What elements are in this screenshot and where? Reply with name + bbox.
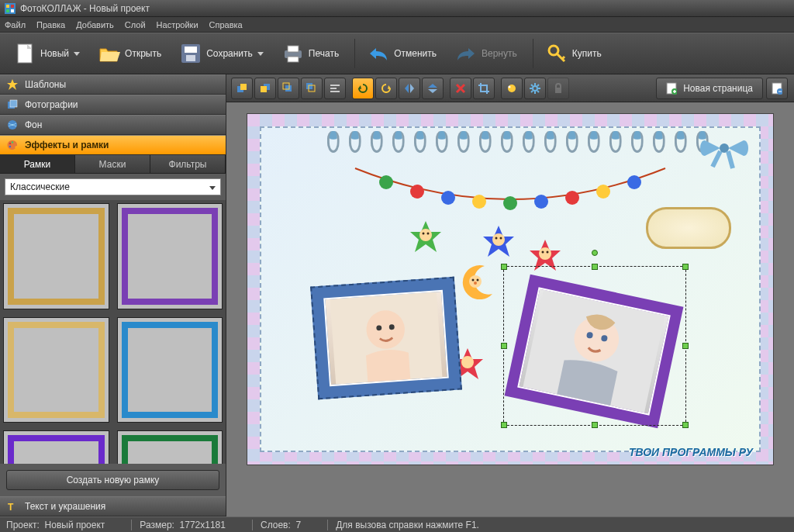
new-button[interactable]: Новый (6, 37, 88, 70)
undo-button[interactable]: Отменить (360, 37, 444, 70)
save-button[interactable]: Сохранить (172, 37, 271, 70)
menu-edit[interactable]: Правка (36, 20, 65, 29)
svg-rect-1 (6, 5, 9, 8)
file-new-icon (14, 43, 36, 64)
subtab-masks[interactable]: Маски (75, 155, 150, 173)
frame-thumb[interactable] (117, 317, 223, 423)
page-settings-icon[interactable] (766, 78, 788, 99)
svg-rect-23 (240, 84, 247, 90)
svg-point-47 (720, 143, 729, 153)
print-button[interactable]: Печать (274, 37, 347, 70)
buy-button[interactable]: Купить (538, 37, 609, 70)
svg-point-41 (533, 86, 537, 91)
rotate-left-icon[interactable] (352, 78, 374, 99)
svg-point-50 (441, 191, 455, 205)
label-tag (646, 207, 731, 249)
svg-point-58 (419, 229, 432, 241)
star-toy-red (528, 238, 562, 272)
toolbar-separator (533, 39, 533, 68)
svg-point-19 (12, 141, 13, 143)
app-icon (5, 3, 16, 14)
svg-point-55 (596, 185, 610, 199)
collage-canvas[interactable]: ТВОИ ПРОГРАММЫ РУ (247, 113, 774, 465)
open-button[interactable]: Открыть (91, 37, 169, 70)
svg-point-60 (427, 233, 430, 235)
svg-rect-31 (330, 88, 337, 89)
svg-rect-12 (288, 57, 299, 62)
palette-icon (6, 139, 19, 151)
svg-point-39 (508, 85, 516, 92)
redo-icon (455, 43, 477, 64)
frame-category-select[interactable]: Классические (5, 178, 221, 195)
effects-subtabs: Рамки Маски Фильтры (0, 155, 226, 174)
new-page-button[interactable]: Новая страница (656, 78, 763, 99)
svg-point-68 (547, 251, 549, 254)
canvas-viewport[interactable]: ТВОИ ПРОГРАММЫ РУ (226, 102, 794, 516)
create-frame-button[interactable]: Создать новую рамку (6, 470, 219, 490)
svg-point-48 (379, 175, 393, 189)
frame-thumb[interactable] (117, 430, 223, 464)
crop-icon[interactable] (473, 78, 495, 99)
effects-icon[interactable] (501, 78, 523, 99)
flip-vertical-icon[interactable] (422, 78, 444, 99)
bring-forward-icon[interactable] (278, 78, 299, 99)
redo-button[interactable]: Вернуть (447, 37, 525, 70)
align-icon[interactable] (324, 78, 346, 99)
spiral-binding (327, 131, 709, 153)
main-area: Шаблоны Фотографии Фон Эффекты и рамки Р… (0, 74, 794, 516)
svg-rect-3 (6, 9, 9, 12)
printer-icon (282, 43, 304, 64)
frame-thumb[interactable] (117, 203, 223, 309)
key-icon (546, 43, 568, 64)
flip-horizontal-icon[interactable] (399, 78, 420, 99)
frame-thumb[interactable] (3, 430, 109, 464)
send-backward-icon[interactable] (301, 78, 323, 99)
send-back-icon[interactable] (254, 78, 276, 99)
svg-point-72 (472, 279, 475, 282)
svg-rect-9 (186, 55, 195, 61)
svg-point-66 (539, 247, 551, 260)
svg-rect-11 (288, 46, 299, 52)
frame-thumb[interactable] (3, 203, 109, 309)
svg-point-67 (542, 251, 544, 254)
menu-file[interactable]: Файл (5, 20, 26, 29)
menu-add[interactable]: Добавить (76, 20, 114, 29)
sidebar-section-photos[interactable]: Фотографии (0, 95, 226, 115)
subtab-frames[interactable]: Рамки (0, 155, 75, 173)
rotate-right-icon[interactable] (375, 78, 397, 99)
svg-rect-28 (306, 83, 312, 89)
delete-icon[interactable] (450, 78, 471, 99)
menu-help[interactable]: Справка (209, 20, 243, 29)
frame-thumb[interactable] (3, 317, 109, 423)
sidebar-section-background[interactable]: Фон (0, 115, 226, 135)
create-frame-bar: Создать новую рамку (0, 464, 226, 496)
svg-marker-35 (405, 84, 409, 93)
svg-rect-2 (11, 5, 14, 8)
menu-settings[interactable]: Настройки (157, 20, 198, 29)
svg-rect-30 (330, 85, 340, 86)
star-toy-blue (482, 224, 516, 258)
statusbar: Проект: Новый проект Размер: 1772x1181 С… (0, 516, 794, 532)
folder-open-icon (98, 43, 120, 64)
sidebar-section-effects[interactable]: Эффекты и рамки (0, 135, 226, 155)
page-plus-icon (666, 82, 678, 95)
lock-icon[interactable] (547, 78, 569, 99)
subtab-filters[interactable]: Фильтры (150, 155, 226, 173)
sidebar-section-templates[interactable]: Шаблоны (0, 74, 226, 95)
svg-point-63 (495, 237, 498, 240)
photo-frame-blue[interactable] (310, 277, 462, 400)
globe-icon (6, 119, 19, 131)
chevron-down-icon (74, 52, 80, 56)
sidebar-section-text[interactable]: T Текст и украшения (0, 496, 226, 516)
canvas-toolbar: Новая страница (226, 74, 794, 102)
bring-front-icon[interactable] (231, 78, 253, 99)
svg-text:T: T (8, 502, 14, 512)
svg-rect-8 (185, 47, 197, 53)
canvas-area: Новая страница (226, 74, 794, 516)
settings-icon[interactable] (524, 78, 546, 99)
menubar: Файл Правка Добавить Слой Настройки Спра… (0, 17, 794, 33)
photos-icon (6, 98, 19, 111)
svg-rect-4 (11, 9, 14, 12)
svg-rect-42 (555, 88, 561, 93)
menu-layer[interactable]: Слой (125, 20, 146, 29)
